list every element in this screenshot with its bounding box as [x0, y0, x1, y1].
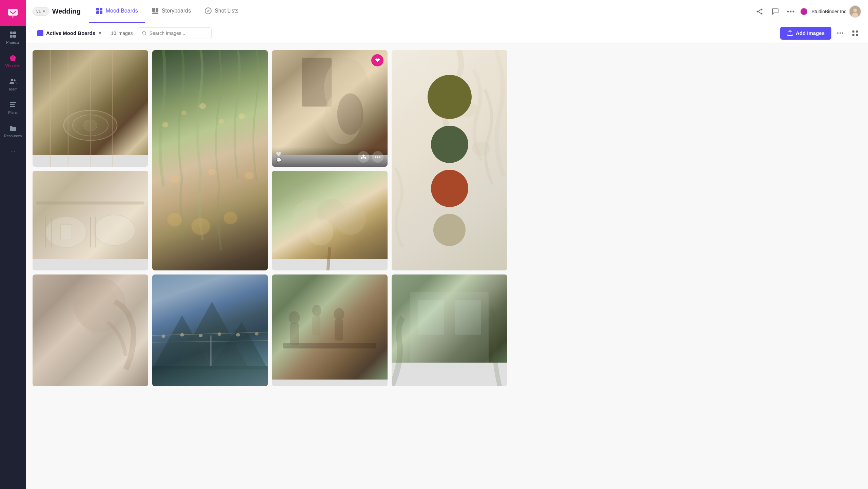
comment-icon: 💬: [276, 158, 281, 163]
overlay-stats: 🤍 💬: [276, 151, 283, 163]
svg-point-55: [167, 213, 182, 226]
svg-rect-16: [96, 11, 99, 14]
svg-rect-14: [96, 8, 99, 11]
board-selector-label: Active Mood Boards: [46, 30, 95, 36]
svg-point-30: [852, 13, 858, 17]
image-grid: ❤ 🤍 💬: [33, 50, 507, 386]
svg-point-24: [761, 13, 763, 14]
more-image-button[interactable]: [372, 151, 383, 163]
search-icon: [142, 30, 147, 36]
people-icon: [9, 77, 17, 85]
grid-item-venue[interactable]: [392, 274, 507, 386]
svg-point-54: [245, 172, 253, 179]
overlay-action-buttons: [358, 151, 383, 163]
svg-point-61: [337, 94, 363, 135]
svg-rect-12: [10, 106, 15, 107]
svg-point-48: [181, 110, 186, 115]
sidebar-more[interactable]: ...: [10, 143, 15, 157]
grid-item-bride[interactable]: [33, 274, 148, 386]
more-options-button[interactable]: [785, 8, 796, 15]
search-input[interactable]: [150, 30, 206, 36]
svg-rect-95: [290, 323, 299, 345]
toolbar-right: Add Images: [780, 27, 861, 40]
svg-rect-4: [10, 35, 13, 38]
svg-point-49: [199, 103, 206, 109]
svg-point-23: [757, 11, 758, 12]
svg-rect-103: [455, 300, 481, 335]
tab-label: Mood Boards: [106, 8, 138, 14]
likes-stat: 🤍: [276, 151, 283, 157]
svg-point-1: [12, 16, 14, 18]
grid-item-outdoor-party[interactable]: [272, 274, 388, 386]
add-images-button[interactable]: Add Images: [780, 27, 831, 40]
sidebar-item-plans[interactable]: Plans: [0, 96, 26, 119]
svg-point-91: [236, 333, 240, 337]
view-button[interactable]: [849, 27, 861, 39]
svg-point-98: [334, 308, 344, 320]
svg-point-94: [289, 311, 300, 324]
version-chevron-icon: ▼: [42, 9, 46, 13]
heart-badge: ❤: [371, 54, 383, 66]
user-menu[interactable]: StudioBinder Inc: [801, 5, 861, 18]
version-label: v1: [36, 9, 41, 14]
svg-point-96: [312, 305, 321, 316]
grid-item-floral-bouquet[interactable]: [272, 171, 388, 270]
svg-point-67: [472, 141, 491, 156]
board-color: [37, 30, 43, 36]
grid-icon: [9, 30, 17, 39]
sidebar-item-visualize[interactable]: Visualize: [0, 49, 26, 73]
image-overlay-3: 🤍 💬: [272, 147, 388, 167]
view-icon: [852, 30, 858, 36]
svg-point-88: [180, 333, 184, 337]
svg-rect-19: [156, 8, 158, 12]
tab-shot-lists[interactable]: Shot Lists: [198, 0, 245, 23]
svg-rect-20: [152, 13, 158, 14]
company-logo: [801, 8, 807, 15]
upload-icon: [787, 30, 793, 36]
share-image-button[interactable]: [358, 151, 369, 163]
svg-point-29: [853, 8, 857, 12]
board-selector[interactable]: Active Mood Boards ▼: [33, 27, 107, 39]
svg-rect-5: [13, 35, 16, 38]
svg-point-9: [14, 79, 16, 81]
toolbar: Active Mood Boards ▼ 10 images Add Image…: [26, 23, 868, 43]
grid-item-place-setting[interactable]: [33, 171, 148, 270]
svg-rect-102: [418, 300, 444, 335]
comments-button[interactable]: [769, 6, 781, 17]
svg-point-35: [842, 33, 843, 34]
version-badge[interactable]: v1 ▼: [33, 7, 50, 16]
share-button[interactable]: [754, 6, 765, 17]
grid-item-floral-table[interactable]: [33, 50, 148, 167]
shot-lists-icon: [204, 7, 212, 15]
grid-area: ❤ 🤍 💬: [26, 43, 868, 489]
svg-point-34: [840, 33, 841, 34]
svg-rect-68: [36, 201, 144, 204]
sidebar-item-label: Plans: [8, 110, 18, 115]
grid-item-hanging-lights[interactable]: [152, 50, 268, 270]
svg-rect-62: [361, 157, 366, 159]
tab-mood-boards[interactable]: Mood Boards: [89, 0, 145, 23]
tab-label: Shot Lists: [215, 8, 238, 14]
search-box[interactable]: [137, 27, 212, 39]
tab-storyboards[interactable]: Storyboards: [145, 0, 198, 23]
svg-rect-75: [61, 224, 72, 240]
palette-color-4: [433, 214, 466, 246]
app-logo[interactable]: [0, 0, 26, 26]
svg-point-52: [170, 175, 179, 183]
palette-color-3: [431, 170, 468, 207]
storyboards-icon: [152, 7, 159, 15]
grid-item-mountain-lights[interactable]: [152, 274, 268, 386]
svg-line-32: [145, 34, 146, 35]
svg-point-57: [224, 212, 237, 224]
sidebar-item-resources[interactable]: Resources: [0, 119, 26, 143]
topnav-actions: StudioBinder Inc: [754, 5, 861, 18]
grid-item-couple[interactable]: ❤ 🤍 💬: [272, 50, 388, 167]
svg-point-33: [837, 33, 839, 34]
folder-icon: [9, 124, 17, 132]
more-toolbar-button[interactable]: [834, 27, 846, 39]
grid-item-palette[interactable]: [392, 50, 507, 270]
sidebar-item-projects[interactable]: Projects: [0, 26, 26, 49]
svg-point-56: [192, 218, 210, 235]
svg-point-50: [219, 119, 224, 124]
sidebar-item-team[interactable]: Team: [0, 73, 26, 96]
